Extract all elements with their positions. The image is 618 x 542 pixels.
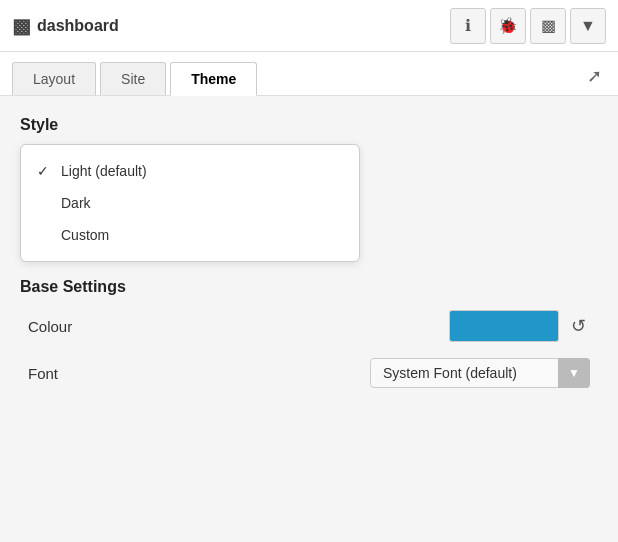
style-option-light-label: Light (default) <box>61 163 147 179</box>
font-select[interactable]: System Font (default) Arial Georgia Helv… <box>370 358 590 388</box>
app-title-group: ▩ dashboard <box>12 14 119 38</box>
colour-label: Colour <box>28 318 72 335</box>
reset-icon: ↺ <box>571 316 586 336</box>
tab-site[interactable]: Site <box>100 62 166 95</box>
tabs-list: Layout Site Theme <box>12 62 261 95</box>
no-checkmark-2 <box>37 227 53 243</box>
tab-layout[interactable]: Layout <box>12 62 96 95</box>
style-option-light[interactable]: ✓ Light (default) <box>21 155 359 187</box>
base-settings-title: Base Settings <box>20 278 598 296</box>
style-option-dark[interactable]: Dark <box>21 187 359 219</box>
external-link-icon: ➚ <box>587 66 602 86</box>
style-option-custom[interactable]: Custom <box>21 219 359 251</box>
header-actions: ℹ 🐞 ▩ ▼ <box>450 8 606 44</box>
bug-button[interactable]: 🐞 <box>490 8 526 44</box>
dashboard-icon: ▩ <box>12 14 31 38</box>
style-section-title: Style <box>20 116 598 134</box>
font-select-wrapper: System Font (default) Arial Georgia Helv… <box>370 358 590 388</box>
info-button[interactable]: ℹ <box>450 8 486 44</box>
chart-icon: ▩ <box>541 16 556 35</box>
colour-swatch[interactable] <box>449 310 559 342</box>
chart-button[interactable]: ▩ <box>530 8 566 44</box>
bug-icon: 🐞 <box>498 16 518 35</box>
tab-theme[interactable]: Theme <box>170 62 257 96</box>
theme-content: Style ✓ Light (default) Dark Custom Base… <box>0 96 618 388</box>
colour-reset-button[interactable]: ↺ <box>567 313 590 339</box>
checkmark-icon: ✓ <box>37 163 53 179</box>
info-icon: ℹ <box>465 16 471 35</box>
chevron-down-icon: ▼ <box>580 17 596 35</box>
font-setting-row: Font System Font (default) Arial Georgia… <box>20 358 598 388</box>
style-dropdown: ✓ Light (default) Dark Custom <box>20 144 360 262</box>
tabs-bar: Layout Site Theme ➚ <box>0 52 618 96</box>
external-link-button[interactable]: ➚ <box>583 57 606 95</box>
style-option-dark-label: Dark <box>61 195 91 211</box>
app-title: dashboard <box>37 17 119 35</box>
colour-setting-row: Colour ↺ <box>20 310 598 342</box>
base-settings-section: Base Settings Colour ↺ Font System Font … <box>20 278 598 388</box>
colour-controls: ↺ <box>449 310 590 342</box>
dropdown-button[interactable]: ▼ <box>570 8 606 44</box>
header: ▩ dashboard ℹ 🐞 ▩ ▼ <box>0 0 618 52</box>
font-label: Font <box>28 365 58 382</box>
style-option-custom-label: Custom <box>61 227 109 243</box>
no-checkmark <box>37 195 53 211</box>
